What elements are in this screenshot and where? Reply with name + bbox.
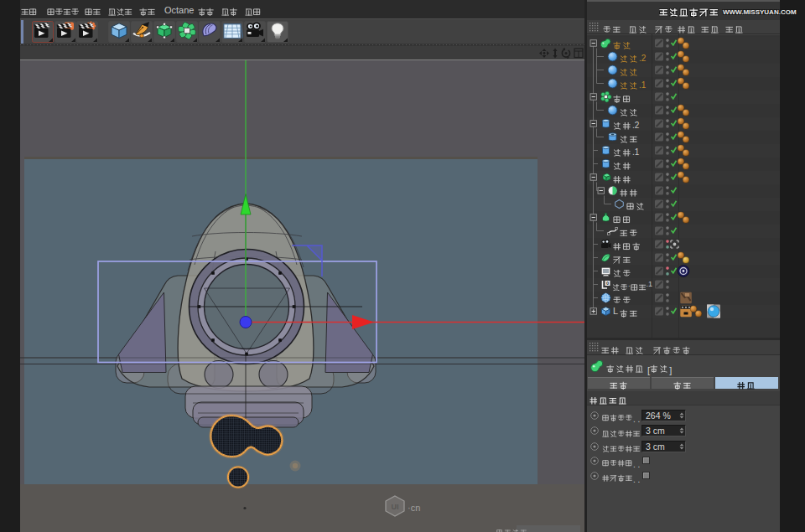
svg-text:0: 0 — [606, 281, 609, 286]
svg-text:UI: UI — [392, 503, 399, 511]
svg-text:·cn: ·cn — [408, 503, 420, 513]
